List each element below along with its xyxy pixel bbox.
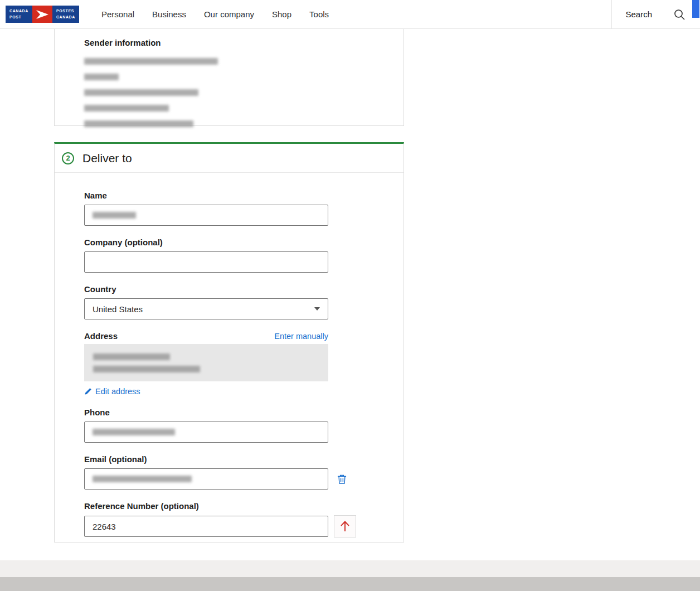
edit-address-link[interactable]: Edit address <box>84 387 404 396</box>
footer-bottom-bar <box>0 577 700 591</box>
top-nav: CANADA POST POSTES CANADA Personal Busin… <box>0 0 700 29</box>
up-arrow-button[interactable] <box>334 515 356 537</box>
header-divider <box>611 0 612 29</box>
footer <box>0 560 700 577</box>
email-input[interactable] <box>84 468 328 490</box>
redacted-text <box>93 476 192 482</box>
nav-item-our-company[interactable]: Our company <box>204 9 254 19</box>
search-link[interactable]: Search <box>625 9 652 19</box>
deliver-to-header: 2 Deliver to <box>55 144 404 173</box>
nav-item-tools[interactable]: Tools <box>309 9 329 19</box>
reference-number-label: Reference Number (optional) <box>84 501 404 511</box>
logo-text: CANADA <box>9 8 28 14</box>
redacted-text <box>93 366 200 372</box>
trash-icon <box>337 474 347 485</box>
redacted-text <box>93 429 175 435</box>
canada-post-logo[interactable]: CANADA POST POSTES CANADA <box>6 6 79 23</box>
redacted-text <box>84 120 193 127</box>
name-label: Name <box>84 191 404 200</box>
redacted-text <box>84 89 198 96</box>
scrollbar-thumb[interactable] <box>692 0 699 18</box>
logo-text: POST <box>9 14 28 21</box>
reference-number-input[interactable] <box>84 516 328 537</box>
email-field-group: Email (optional) <box>84 454 404 490</box>
step-number-badge: 2 <box>62 152 74 164</box>
deliver-to-form: Name Company (optional) Country United S… <box>55 173 404 537</box>
redacted-text <box>93 353 170 360</box>
address-display <box>84 344 328 381</box>
logo-right-box: POSTES CANADA <box>52 6 79 23</box>
redacted-text <box>84 74 119 80</box>
enter-manually-link[interactable]: Enter manually <box>274 332 328 341</box>
phone-label: Phone <box>84 408 404 417</box>
nav-item-shop[interactable]: Shop <box>272 9 291 19</box>
company-field-group: Company (optional) <box>84 238 404 273</box>
pencil-icon <box>84 387 92 395</box>
search-icon[interactable] <box>673 8 686 21</box>
deliver-to-title: Deliver to <box>82 152 132 165</box>
redacted-text <box>93 212 136 219</box>
main-nav: Personal Business Our company Shop Tools <box>101 9 329 19</box>
phone-field-group: Phone <box>84 408 404 443</box>
redacted-text <box>84 58 218 65</box>
country-label: Country <box>84 284 404 294</box>
country-field-group: Country United States <box>84 284 404 319</box>
country-select[interactable]: United States <box>84 298 328 319</box>
chevron-down-icon <box>314 307 320 311</box>
phone-input[interactable] <box>84 422 328 443</box>
up-arrow-icon <box>339 520 351 533</box>
name-input[interactable] <box>84 205 328 226</box>
company-label: Company (optional) <box>84 238 404 247</box>
nav-item-business[interactable]: Business <box>152 9 186 19</box>
address-label: Address <box>84 331 118 341</box>
logo-text: POSTES <box>56 8 75 14</box>
nav-item-personal[interactable]: Personal <box>101 9 134 19</box>
header-right: Search <box>611 0 700 28</box>
redacted-text <box>84 105 169 112</box>
sender-information-title: Sender information <box>84 38 404 47</box>
name-field-group: Name <box>84 191 404 226</box>
email-label: Email (optional) <box>84 454 404 464</box>
address-field-group: Address Enter manually Edit address <box>84 331 404 396</box>
delete-email-button[interactable] <box>337 474 347 485</box>
deliver-to-card: 2 Deliver to Name Company (optional) Cou… <box>54 142 404 542</box>
logo-left-box: CANADA POST <box>6 6 32 23</box>
company-input[interactable] <box>84 251 328 273</box>
sender-information-card: Sender information <box>54 25 404 126</box>
country-selected-value: United States <box>93 304 143 314</box>
logo-text: CANADA <box>56 14 75 21</box>
canada-post-wing-icon <box>32 6 52 23</box>
reference-field-group: Reference Number (optional) <box>84 501 404 537</box>
page: CANADA POST POSTES CANADA Personal Busin… <box>0 0 700 591</box>
